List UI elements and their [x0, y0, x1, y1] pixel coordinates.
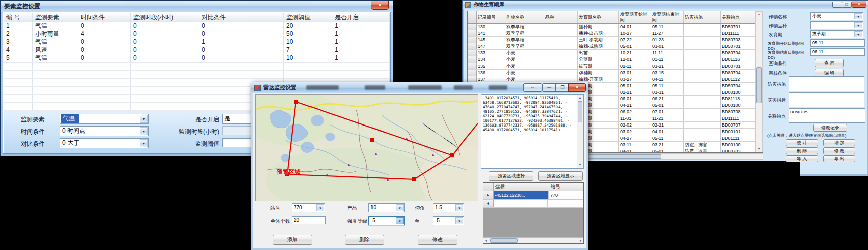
scroll-up-icon[interactable]: ▲ [577, 96, 583, 100]
column-header[interactable]: 发育期结束时间 [651, 11, 684, 23]
crop-titlebar[interactable]: 作物生育期库 — ❐ ✕ [463, 1, 868, 9]
import-button[interactable]: 导 入 [786, 155, 818, 162]
crop-name-dropdown[interactable]: 小麦 ▾ [810, 12, 863, 20]
grid-new-row[interactable]: ✱ [483, 200, 583, 208]
scroll-down-icon[interactable]: ▼ [756, 147, 762, 151]
measures-textarea[interactable] [789, 76, 864, 91]
table-row[interactable]: 135小麦拔节期02-1103-21BD00701 [468, 63, 763, 70]
table-row[interactable]: 145双季早稻三叶-移栽期07-2201-23BD80703 [468, 37, 763, 43]
row-selector[interactable] [468, 24, 477, 30]
time-condition-dropdown[interactable]: 0 时间点 ▾ [60, 126, 149, 136]
column-header[interactable]: 是否开启 [332, 13, 390, 22]
export-button[interactable]: 导 出 [823, 155, 855, 162]
monitor-element-dropdown[interactable]: 气温 ▾ [60, 114, 149, 124]
station-input[interactable]: BD50705 [789, 108, 865, 123]
hscroll-thumb[interactable] [490, 238, 518, 243]
query-button[interactable]: 查 询 [815, 59, 844, 67]
area-show-button[interactable]: 预警区域显示 [538, 171, 583, 181]
minimize-button[interactable]: — [542, 83, 556, 92]
row-selector[interactable] [468, 70, 477, 76]
radar-titlebar[interactable]: 雷达监控设置 ⇔ — ❐ ✕ [251, 82, 588, 93]
grid-row[interactable]: ► -45122.12238... 770 [483, 191, 583, 200]
coordinates-box[interactable]: -3491.0172034571, 905914.11175410, 63458… [481, 94, 584, 169]
coords-vscroll[interactable]: ▲ ▼ [577, 95, 583, 168]
add-button[interactable]: 添加 [273, 235, 312, 245]
column-header[interactable]: 作物名称 [505, 11, 544, 23]
column-header[interactable]: 防灾措施 [684, 11, 721, 23]
table-row[interactable]: 3气温001101 [4, 38, 390, 46]
close-button[interactable]: ✕ [371, 1, 389, 10]
start-date-input[interactable]: 05-11 [810, 39, 865, 47]
crop-table-vscroll[interactable]: ▲ ▼ [755, 11, 763, 152]
table-row[interactable]: 141双季早稻播种-出苗期10-2711-27BD11111 [468, 30, 763, 37]
product-dropdown[interactable]: 10 ▾ [368, 203, 405, 212]
scroll-left-icon[interactable]: ◄ [484, 239, 487, 243]
row-selector[interactable] [468, 56, 477, 62]
modify-button[interactable]: 修 改 [823, 147, 855, 154]
maximize-button[interactable]: ❐ [842, 2, 852, 8]
cell-station[interactable]: 770 [549, 191, 583, 199]
cell-coords[interactable]: -45122.12238... [494, 191, 549, 199]
element-titlebar[interactable]: 要素监控设置 ✕ [1, 1, 393, 12]
area-select-button[interactable]: 预警区域选择 [489, 171, 533, 181]
table-row[interactable]: 1气温000201 [4, 22, 390, 30]
table-row[interactable]: 133小麦出苗10-2111-11BD80704 [468, 50, 763, 56]
table-row[interactable] [4, 71, 390, 79]
column-header[interactable]: 时间条件 [78, 13, 131, 22]
scroll-right-icon[interactable]: ► [579, 239, 582, 243]
table-row[interactable]: 2小时雨量400501 [4, 30, 390, 38]
column-header[interactable]: 监测要素 [33, 13, 78, 22]
add-button[interactable]: 增 加 [823, 139, 855, 146]
column-header[interactable]: 监测时段(小时) [131, 13, 199, 22]
minimize-button[interactable]: — [832, 2, 842, 8]
close-button[interactable]: ✕ [852, 1, 866, 8]
column-header[interactable]: 发育期名称 [578, 11, 619, 23]
column-header[interactable]: 编 号 [4, 13, 33, 22]
vscroll-thumb[interactable] [756, 67, 762, 103]
table-row[interactable] [4, 62, 390, 71]
row-selector[interactable] [468, 43, 477, 49]
row-selector[interactable] [468, 63, 477, 69]
compare-condition-dropdown[interactable]: 0-大于 ▾ [60, 138, 149, 148]
row-selector[interactable] [468, 30, 477, 36]
audit-button[interactable]: 编 辑 [815, 69, 844, 77]
table-row[interactable]: 147双季早稻抽穗-成熟期05-0103-01BD50701 [468, 43, 763, 50]
grid-column-station[interactable]: 站号 [549, 183, 583, 191]
variety-dropdown[interactable]: ▾ [810, 21, 863, 29]
cell-count-input[interactable]: 20 [292, 216, 326, 224]
intensity-dropdown[interactable]: -5 ▾ [368, 216, 405, 225]
stats-button[interactable]: 统 计 [786, 139, 818, 146]
period-dropdown[interactable]: 拔节期 ▾ [810, 30, 863, 38]
row-selector[interactable] [468, 50, 477, 56]
column-header[interactable]: 对比条件 [199, 13, 284, 22]
table-row[interactable]: 130双季早稻播种期04-0105-11BD50701 [468, 24, 763, 30]
grid-hscroll[interactable]: ◄ ► [483, 237, 583, 243]
delete-button[interactable]: 删 除 [786, 147, 818, 154]
maximize-button[interactable]: ❐ [555, 83, 569, 92]
vscroll-thumb[interactable] [578, 101, 582, 122]
column-header[interactable]: 记录编号 [477, 11, 505, 23]
table-row[interactable]: 136小麦孕穗期03-0103-15BD80704 [468, 70, 763, 76]
end-date-input[interactable]: 06-11 [810, 48, 865, 56]
scroll-up-icon[interactable]: ▲ [756, 12, 762, 17]
column-header[interactable]: 监测阈值 [284, 13, 332, 22]
swap-button[interactable]: ⇔ [523, 83, 542, 92]
scroll-down-icon[interactable]: ▼ [577, 163, 583, 167]
column-header[interactable]: 发育期开始时间 [619, 11, 651, 23]
column-header[interactable]: 品种 [544, 11, 578, 23]
grid-column-coords[interactable]: 坐标 [494, 183, 549, 191]
indicator-textarea[interactable] [789, 92, 864, 107]
station-dropdown[interactable]: 770 ▾ [292, 203, 325, 212]
table-row[interactable]: 134小麦分蘖期12-0101-11BD81116 [468, 56, 763, 63]
elevation-dropdown[interactable]: 1.5 ▾ [433, 203, 464, 212]
modify-record-button[interactable]: 修改记录 [813, 124, 847, 132]
table-row[interactable]: 5气温000101 [4, 54, 390, 62]
table-row[interactable]: 4风速00071 [4, 46, 390, 54]
delete-button[interactable]: 删除 [345, 235, 384, 245]
row-selector[interactable] [468, 37, 477, 43]
modify-button[interactable]: 修改 [418, 235, 457, 245]
close-button[interactable]: ✕ [568, 83, 586, 92]
chevron-down-icon: ▾ [854, 31, 862, 37]
to-dropdown[interactable]: -5 ▾ [433, 216, 464, 225]
row-selector[interactable]: ► [483, 191, 494, 199]
